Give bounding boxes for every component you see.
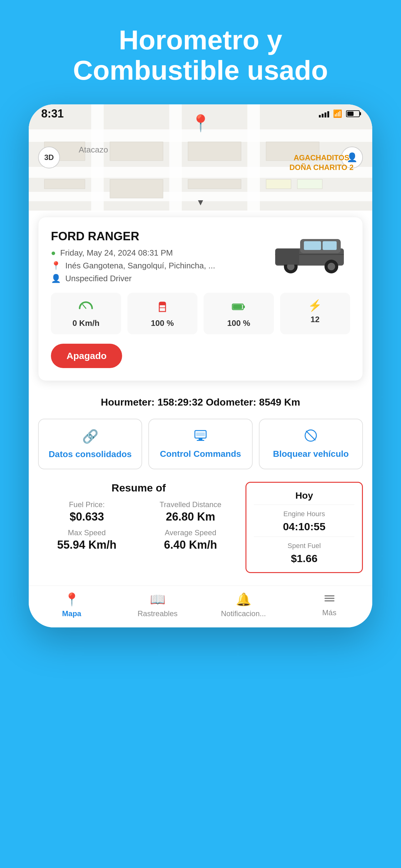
nav-map-icon: 📍 <box>64 592 80 607</box>
status-time: 8:31 <box>41 107 64 120</box>
svg-rect-9 <box>110 179 163 198</box>
wifi-icon: 📶 <box>333 110 342 118</box>
svg-rect-19 <box>323 241 337 250</box>
nav-mas[interactable]: Más <box>287 592 372 618</box>
stat-speed: 0 Km/h <box>51 293 121 334</box>
svg-rect-27 <box>276 249 299 265</box>
vehicle-stats: 0 Km/h 100 % <box>51 293 350 334</box>
svg-rect-38 <box>325 595 334 596</box>
svg-rect-18 <box>304 241 321 250</box>
monitor-icon <box>194 429 207 444</box>
action-cards: 🔗 Datos consolidados Control Commands <box>38 419 363 470</box>
nav-mapa[interactable]: 📍 Mapa <box>29 592 114 618</box>
svg-line-28 <box>83 305 86 308</box>
nav-mapa-label: Mapa <box>62 609 81 618</box>
svg-rect-10 <box>188 142 241 161</box>
stat-fuel-value: 100 % <box>151 318 174 328</box>
resume-fuel-price: Fuel Price: $0.633 <box>38 500 136 523</box>
svg-rect-34 <box>197 440 204 441</box>
status-bar: 8:31 📶 <box>29 104 372 123</box>
paperclip-icon: 🔗 <box>82 429 98 444</box>
resume-section: Resume of Fuel Price: $0.633 Travelled D… <box>29 479 372 586</box>
action-control-label: Control Commands <box>160 449 241 459</box>
nav-rastreables-label: Rastreables <box>137 609 177 618</box>
hourmeter-title: Hourmeter: 158:29:32 Odometer: 8549 Km <box>41 397 360 408</box>
svg-rect-31 <box>243 306 245 308</box>
svg-rect-14 <box>297 179 322 189</box>
vehicle-driver: 👤 Unspecified Driver <box>51 274 269 283</box>
stat-lightning: ⚡ 12 <box>280 293 350 334</box>
svg-rect-33 <box>199 438 202 440</box>
svg-line-37 <box>306 431 315 440</box>
stat-battery: 100 % <box>204 293 274 334</box>
resume-max-speed: Max Speed 55.94 Km/h <box>38 528 136 552</box>
map-label-atacazo: Atacazo <box>79 145 108 155</box>
phone-frame: 8:31 📶 📍 Atacazo AGACHADITOSDOÑA CHARITO… <box>29 104 372 628</box>
location-icon: 📍 <box>51 261 61 271</box>
action-control-card[interactable]: Control Commands <box>148 419 252 470</box>
action-datos-card[interactable]: 🔗 Datos consolidados <box>38 419 142 470</box>
green-dot-icon: ● <box>51 248 56 258</box>
action-bloquear-label: Bloquear vehículo <box>273 449 349 459</box>
vehicle-image <box>269 230 350 273</box>
nav-menu-icon <box>323 592 336 606</box>
vehicle-name: FORD RANGER <box>51 230 269 243</box>
vehicle-card: FORD RANGER ● Friday, May 24, 2024 08:31… <box>38 217 363 381</box>
nav-notificaciones[interactable]: 🔔 Notificacion... <box>201 592 287 618</box>
resume-distance: Travelled Distance 26.80 Km <box>142 500 239 523</box>
status-icons: 📶 <box>319 110 360 118</box>
vehicle-status-button[interactable]: Apagado <box>51 344 122 368</box>
svg-rect-39 <box>325 598 334 599</box>
map-area: 8:31 📶 📍 Atacazo AGACHADITOSDOÑA CHARITO… <box>29 104 372 211</box>
lightning-icon: ⚡ <box>308 299 322 312</box>
svg-rect-40 <box>325 600 334 601</box>
header-title: Horometro y Combustible usado <box>54 25 347 86</box>
svg-rect-13 <box>266 179 291 189</box>
map-3d-button[interactable]: 3D <box>38 147 60 168</box>
hourmeter-section: Hourmeter: 158:29:32 Odometer: 8549 Km <box>29 387 372 419</box>
nav-mas-label: Más <box>322 608 336 617</box>
svg-rect-11 <box>188 179 241 189</box>
resume-avg-speed: Average Speed 6.40 Km/h <box>142 528 239 552</box>
stat-speed-value: 0 Km/h <box>72 318 100 328</box>
nav-bell-icon: 🔔 <box>236 592 252 607</box>
resume-title: Resume of <box>38 482 239 494</box>
svg-rect-8 <box>110 142 163 161</box>
speedometer-icon <box>78 299 94 316</box>
svg-point-23 <box>328 263 335 270</box>
action-datos-label: Datos consolidados <box>49 449 132 460</box>
bottom-nav: 📍 Mapa 📖 Rastreables 🔔 Notificacion... M… <box>29 586 372 627</box>
vehicle-date: ● Friday, May 24, 2024 08:31 PM <box>51 248 269 258</box>
block-icon <box>304 429 318 444</box>
svg-rect-30 <box>233 305 242 309</box>
driver-icon: 👤 <box>51 274 61 283</box>
map-label-agachaditos: AGACHADITOSDOÑA CHARITO 2 <box>290 153 354 172</box>
fuel-icon <box>155 299 170 316</box>
nav-rastreables[interactable]: 📖 Rastreables <box>114 592 201 618</box>
signal-icon <box>319 110 329 118</box>
resume-right-hoy: Hoy Engine Hours 04:10:55 Spent Fuel $1.… <box>245 482 363 573</box>
svg-rect-35 <box>196 432 205 436</box>
map-collapse-arrow[interactable]: ▼ <box>196 197 205 208</box>
nav-book-icon: 📖 <box>150 592 166 607</box>
stat-battery-value: 100 % <box>227 318 250 328</box>
stat-lightning-value: 12 <box>310 315 320 324</box>
battery-stat-icon <box>231 299 246 316</box>
battery-icon <box>346 110 360 117</box>
resume-left: Resume of Fuel Price: $0.633 Travelled D… <box>38 482 239 573</box>
action-bloquear-card[interactable]: Bloquear vehículo <box>259 419 363 470</box>
nav-notificaciones-label: Notificacion... <box>221 609 266 618</box>
vehicle-location: 📍 Inés Gangotena, Sangolquí, Pichincha, … <box>51 261 269 271</box>
stat-fuel: 100 % <box>127 293 198 334</box>
svg-rect-15 <box>44 179 85 189</box>
